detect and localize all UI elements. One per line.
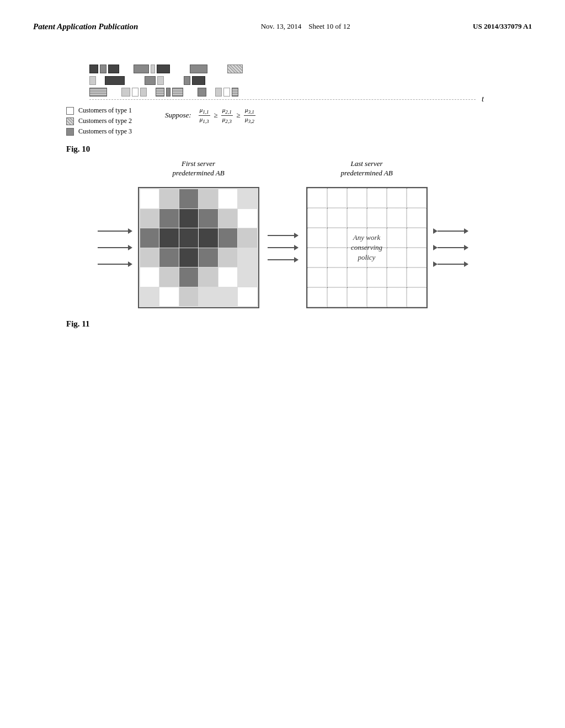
- fig-10-label: Fig. 10: [66, 144, 532, 154]
- fig-11-label: Fig. 11: [66, 319, 532, 329]
- gantt-row-2: [89, 76, 476, 85]
- input-arrow-1: [98, 228, 132, 234]
- middle-arrows: [268, 235, 298, 260]
- middle-arrow-3: [268, 259, 298, 260]
- header-left-text: Patent Application Publication: [33, 22, 138, 31]
- suppose-label: Suppose:: [165, 111, 191, 119]
- last-server-container: Last server predetermined AB Any wor: [306, 187, 428, 308]
- first-server-grid: [139, 188, 258, 307]
- legend-box-type3: [66, 128, 74, 136]
- legend-item-1: Customers of type 1: [66, 106, 132, 115]
- page-header: Patent Application Publication Nov. 13, …: [33, 22, 532, 31]
- legend-label-2: Customers of type 2: [78, 117, 132, 125]
- legend-item-3: Customers of type 3: [66, 127, 132, 136]
- figure-10-section: t Customers of type 1 Customers of type …: [33, 65, 532, 154]
- first-server-container: First server predetermined AB: [138, 187, 259, 308]
- legend-item-2: Customers of type 2: [66, 117, 132, 125]
- last-server-box: Any work conserving policy: [306, 187, 428, 308]
- legend-box-type1: [66, 107, 74, 115]
- output-arrow-1: [433, 228, 468, 234]
- output-arrows: [433, 228, 468, 267]
- output-arrow-2: [433, 245, 468, 250]
- fig11-diagram: First server predetermined AB: [33, 187, 532, 308]
- legend-box-type2: [66, 117, 74, 125]
- legend-label-3: Customers of type 3: [78, 127, 132, 136]
- gantt-row-3: [89, 88, 476, 97]
- first-server-title: First server predetermined AB: [138, 159, 259, 178]
- figure-11-section: First server predetermined AB: [33, 187, 532, 329]
- last-server-title: Last server predetermined AB: [306, 159, 428, 178]
- input-arrows: [98, 228, 132, 267]
- middle-arrow-1: [268, 235, 298, 236]
- header-right-text: US 2014/337079 A1: [473, 22, 532, 31]
- legend-formula-area: Customers of type 1 Customers of type 2 …: [66, 106, 532, 136]
- output-arrow-3: [433, 261, 468, 267]
- gantt-row-1: [89, 65, 476, 73]
- legend: Customers of type 1 Customers of type 2 …: [66, 106, 132, 136]
- middle-arrow-2: [268, 247, 298, 248]
- gantt-diagram: t: [89, 65, 476, 100]
- first-server-box: [138, 187, 259, 308]
- input-arrow-2: [98, 245, 132, 250]
- formula-area: Suppose: μ1,1 μ1,3 ≥ μ2,1 μ2,3 ≥ μ3,1: [165, 106, 255, 125]
- header-center-text: Nov. 13, 2014 Sheet 10 of 12: [261, 22, 350, 31]
- formula-fractions: μ1,1 μ1,3 ≥ μ2,1 μ2,3 ≥ μ3,1 μ3,2: [199, 111, 255, 119]
- policy-text: Any work conserving policy: [351, 233, 382, 263]
- input-arrow-3: [98, 261, 132, 267]
- patent-page: Patent Application Publication Nov. 13, …: [0, 0, 565, 728]
- legend-label-1: Customers of type 1: [78, 106, 132, 115]
